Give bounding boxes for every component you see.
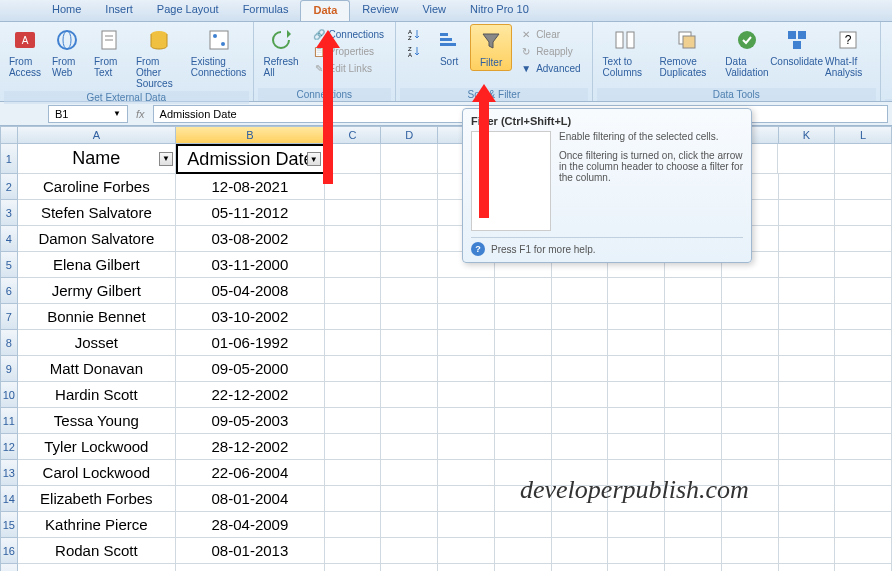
row-header[interactable]: 13 [0, 460, 18, 486]
cell-a1[interactable]: Name▼ [18, 144, 176, 174]
cell[interactable] [495, 382, 552, 408]
cell[interactable] [552, 356, 609, 382]
cell[interactable] [495, 538, 552, 564]
row-header[interactable]: 1 [0, 144, 18, 174]
cell[interactable] [438, 408, 495, 434]
cell[interactable] [495, 512, 552, 538]
cell[interactable] [608, 512, 665, 538]
cell[interactable] [665, 330, 722, 356]
cell[interactable] [552, 512, 609, 538]
row-header[interactable]: 7 [0, 304, 18, 330]
cell[interactable] [608, 330, 665, 356]
cell[interactable] [665, 538, 722, 564]
cell[interactable] [381, 330, 438, 356]
cell-date[interactable]: 09-05-2003 [176, 408, 325, 434]
cell[interactable] [835, 304, 892, 330]
tab-nitro[interactable]: Nitro Pro 10 [458, 0, 541, 21]
cell[interactable] [779, 226, 836, 252]
cell[interactable] [722, 408, 779, 434]
cell[interactable] [608, 538, 665, 564]
cell[interactable] [665, 512, 722, 538]
row-header[interactable]: 15 [0, 512, 18, 538]
sort-button[interactable]: Sort [428, 24, 470, 69]
cell[interactable] [665, 356, 722, 382]
col-header-b[interactable]: B [176, 126, 325, 144]
row-header[interactable]: 5 [0, 252, 18, 278]
cell-date[interactable]: 28-12-2002 [176, 434, 325, 460]
cell[interactable] [665, 278, 722, 304]
cell[interactable] [176, 564, 325, 571]
cell[interactable] [438, 434, 495, 460]
tab-review[interactable]: Review [350, 0, 410, 21]
cell[interactable] [722, 512, 779, 538]
row-header[interactable]: 9 [0, 356, 18, 382]
cell-name[interactable]: Hardin Scott [18, 382, 176, 408]
cell[interactable] [381, 486, 438, 512]
cell[interactable] [835, 330, 892, 356]
cell[interactable] [438, 304, 495, 330]
cell[interactable] [381, 304, 438, 330]
row-header[interactable]: 11 [0, 408, 18, 434]
cell[interactable] [325, 486, 382, 512]
from-web-button[interactable]: From Web [46, 24, 88, 80]
cell[interactable] [835, 252, 892, 278]
cell[interactable] [381, 512, 438, 538]
cell[interactable] [381, 434, 438, 460]
tab-home[interactable]: Home [40, 0, 93, 21]
cell[interactable] [495, 330, 552, 356]
cell-name[interactable]: Jermy Gilbert [18, 278, 176, 304]
row-header[interactable]: 16 [0, 538, 18, 564]
cell-name[interactable]: Tessa Young [18, 408, 176, 434]
cell[interactable] [381, 144, 438, 174]
cell[interactable] [495, 278, 552, 304]
cell[interactable] [779, 330, 836, 356]
cell[interactable] [552, 278, 609, 304]
cell[interactable] [665, 434, 722, 460]
cell[interactable] [552, 538, 609, 564]
cell[interactable] [779, 564, 836, 571]
row-header[interactable]: 12 [0, 434, 18, 460]
cell-date[interactable]: 03-11-2000 [176, 252, 325, 278]
col-header-k[interactable]: K [779, 126, 836, 144]
cell[interactable] [779, 200, 836, 226]
cell[interactable] [835, 512, 892, 538]
cell[interactable] [325, 460, 382, 486]
tab-data[interactable]: Data [300, 0, 350, 21]
data-validation-button[interactable]: Data Validation [720, 24, 774, 80]
from-other-sources-button[interactable]: From Other Sources [130, 24, 189, 91]
cell[interactable] [835, 144, 892, 174]
cell[interactable] [381, 564, 438, 571]
cell[interactable] [722, 278, 779, 304]
cell[interactable] [608, 278, 665, 304]
cell[interactable] [325, 330, 382, 356]
cell-date[interactable]: 05-11-2012 [176, 200, 325, 226]
cell[interactable] [438, 356, 495, 382]
cell[interactable] [438, 512, 495, 538]
cell[interactable] [665, 408, 722, 434]
row-header[interactable]: 17 [0, 564, 18, 571]
cell[interactable] [325, 382, 382, 408]
filter-button[interactable]: Filter [470, 24, 512, 71]
cell[interactable] [779, 356, 836, 382]
cell[interactable] [325, 512, 382, 538]
cell-name[interactable]: Bonnie Bennet [18, 304, 176, 330]
row-header[interactable]: 8 [0, 330, 18, 356]
cell-date[interactable]: 22-12-2002 [176, 382, 325, 408]
cell[interactable] [325, 144, 382, 174]
row-header[interactable]: 3 [0, 200, 18, 226]
cell-name[interactable]: Rodan Scott [18, 538, 176, 564]
from-access-button[interactable]: AFrom Access [4, 24, 46, 80]
consolidate-button[interactable]: Consolidate [774, 24, 819, 69]
cell[interactable] [438, 382, 495, 408]
cell[interactable] [552, 330, 609, 356]
col-header-l[interactable]: L [835, 126, 892, 144]
row-header[interactable]: 6 [0, 278, 18, 304]
cell[interactable] [835, 278, 892, 304]
cell-date[interactable]: 03-10-2002 [176, 304, 325, 330]
cell[interactable] [438, 330, 495, 356]
sort-desc-button[interactable]: ZA [404, 43, 424, 59]
cell[interactable] [835, 564, 892, 571]
cell[interactable] [381, 382, 438, 408]
cell[interactable] [438, 538, 495, 564]
cell-date[interactable]: 28-04-2009 [176, 512, 325, 538]
